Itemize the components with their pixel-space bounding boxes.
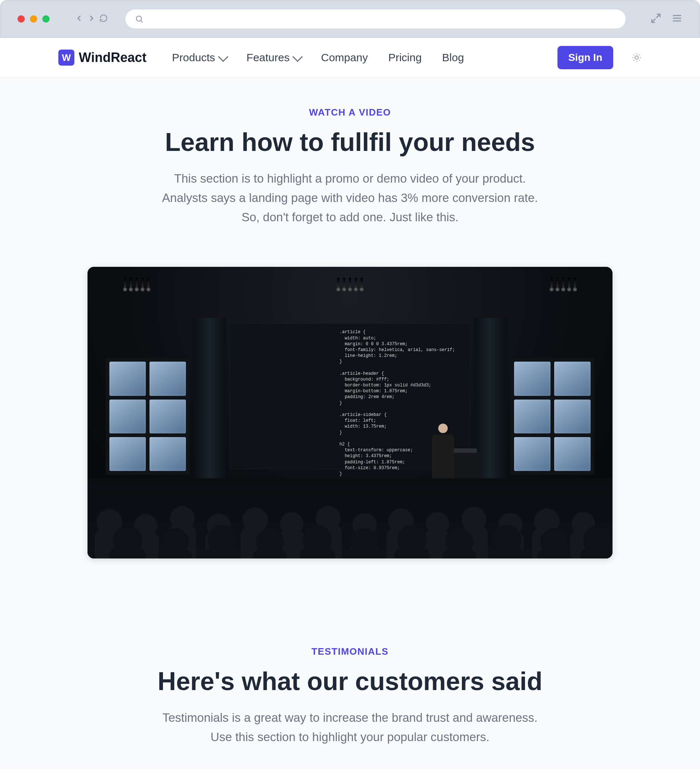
svg-point-7 [635, 56, 638, 59]
video-desc-line3: So, don't forget to add one. Just like t… [241, 210, 458, 224]
theme-toggle[interactable] [632, 53, 642, 63]
testimonials-title: Here's what our customers said [0, 667, 700, 696]
site-header: W WindReact Products Features Company Pr… [0, 38, 700, 78]
svg-rect-59 [442, 549, 476, 559]
svg-line-15 [639, 55, 640, 55]
svg-line-10 [633, 55, 634, 55]
page-content: W WindReact Products Features Company Pr… [0, 38, 700, 769]
testimonials-eyebrow: TESTIMONIALS [0, 646, 700, 657]
sun-icon [632, 53, 642, 63]
video-title: Learn how to fullfil your needs [0, 128, 700, 157]
reload-button[interactable] [99, 14, 108, 24]
chevron-down-icon [218, 52, 228, 62]
browser-chrome [0, 0, 700, 38]
svg-line-1 [141, 21, 143, 23]
chevron-down-icon [293, 52, 303, 62]
promo-video[interactable]: .article { width: auto; margin: 0 0 0 3.… [88, 267, 612, 559]
svg-line-2 [656, 14, 660, 18]
testimonials-desc-line2: Use this section to highlight your popul… [211, 730, 490, 743]
svg-rect-55 [348, 549, 381, 559]
video-desc-line2: Analysts says a landing page with video … [162, 191, 538, 205]
video-still: .article { width: auto; margin: 0 0 0 3.… [88, 267, 612, 559]
svg-rect-47 [158, 549, 192, 559]
nav-features[interactable]: Features [246, 52, 301, 64]
search-icon [135, 15, 144, 23]
logo-mark: W [58, 50, 74, 66]
svg-rect-45 [110, 547, 146, 559]
url-bar[interactable] [125, 10, 626, 28]
svg-rect-63 [537, 549, 571, 559]
brand-logo[interactable]: W WindReact [58, 50, 146, 66]
nav-company[interactable]: Company [321, 52, 367, 64]
minimize-window-icon[interactable] [30, 15, 37, 23]
svg-rect-61 [489, 547, 524, 559]
window-controls [18, 15, 50, 23]
nav-products[interactable]: Products [172, 52, 226, 64]
svg-line-11 [639, 60, 640, 61]
testimonials-desc-line1: Testimonials is a great way to increase … [162, 711, 537, 724]
svg-rect-53 [300, 547, 335, 559]
testimonials-section: TESTIMONIALS Here's what our customers s… [0, 559, 700, 747]
svg-line-14 [633, 60, 634, 61]
video-description: This section is to highlight a promo or … [135, 169, 565, 227]
nav-products-label: Products [172, 52, 215, 64]
video-desc-line1: This section is to highlight a promo or … [174, 172, 526, 185]
close-window-icon[interactable] [18, 15, 25, 23]
svg-point-0 [136, 16, 141, 21]
nav-blog[interactable]: Blog [442, 52, 464, 64]
brand-name: WindReact [79, 50, 146, 65]
forward-button[interactable] [87, 13, 96, 25]
back-button[interactable] [74, 13, 84, 25]
svg-line-3 [652, 18, 655, 22]
sign-in-button[interactable]: Sign In [557, 46, 613, 69]
nav-features-label: Features [246, 52, 289, 64]
browser-nav [74, 13, 108, 25]
menu-icon[interactable] [672, 13, 682, 25]
svg-rect-65 [580, 547, 612, 559]
video-eyebrow: WATCH A VIDEO [0, 107, 700, 118]
svg-rect-49 [205, 547, 240, 559]
nav-pricing[interactable]: Pricing [388, 52, 422, 64]
main-nav: Products Features Company Pricing Blog [172, 52, 464, 64]
maximize-window-icon[interactable] [42, 15, 50, 23]
svg-rect-57 [394, 547, 429, 559]
svg-rect-51 [253, 549, 286, 559]
video-section: WATCH A VIDEO Learn how to fullfil your … [0, 78, 700, 559]
expand-icon[interactable] [650, 13, 661, 25]
testimonials-description: Testimonials is a great way to increase … [135, 708, 565, 747]
